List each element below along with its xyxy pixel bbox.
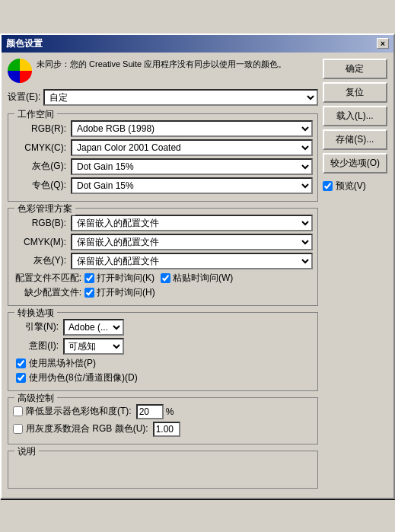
cm-gray-row: 灰色(Y): 保留嵌入的配置文件 bbox=[13, 253, 313, 269]
blend-row: 用灰度系数混合 RGB 颜色(U): bbox=[13, 422, 313, 437]
gray-row: 灰色(G): Dot Gain 15% bbox=[13, 158, 313, 175]
load-button[interactable]: 载入(L)... bbox=[323, 106, 387, 126]
info-row: 未同步：您的 Creative Suite 应用程序没有同步以使用一致的颜色。 bbox=[8, 59, 318, 83]
engine-select[interactable]: Adobe (... bbox=[63, 319, 124, 336]
intent-row: 意图(I): 可感知 bbox=[13, 338, 313, 355]
blend-checkbox[interactable] bbox=[13, 424, 23, 434]
mismatch-paste-checkbox[interactable] bbox=[161, 273, 170, 283]
preview-row: 预览(V) bbox=[323, 180, 387, 193]
workspaces-title: 工作空间 bbox=[14, 108, 57, 121]
preview-checkbox[interactable] bbox=[323, 181, 333, 191]
spot-select[interactable]: Dot Gain 15% bbox=[71, 177, 313, 194]
missing-label: 缺少配置文件: bbox=[13, 286, 81, 299]
title-bar: 颜色设置 × bbox=[2, 35, 393, 53]
intent-label: 意图(I): bbox=[13, 339, 59, 352]
reset-button[interactable]: 复位 bbox=[323, 82, 387, 103]
cm-rgb-select[interactable]: 保留嵌入的配置文件 bbox=[71, 215, 313, 231]
engine-row: 引擎(N): Adobe (... bbox=[13, 319, 313, 336]
desaturate-row: 降低显示器色彩饱和度(T): % bbox=[13, 404, 313, 419]
dither-label: 使用伪色(8位/通道图像)(D) bbox=[29, 371, 138, 384]
gray-label: 灰色(G): bbox=[13, 160, 66, 173]
gray-select[interactable]: Dot Gain 15% bbox=[71, 158, 313, 175]
cm-gray-select[interactable]: 保留嵌入的配置文件 bbox=[71, 253, 313, 269]
cm-cmyk-row: CMYK(M): 保留嵌入的配置文件 bbox=[13, 234, 313, 250]
advanced-title: 高级控制 bbox=[14, 392, 57, 405]
blackpoint-label: 使用黑场补偿(P) bbox=[29, 357, 96, 370]
left-panel: 未同步：您的 Creative Suite 应用程序没有同步以使用一致的颜色。 … bbox=[8, 59, 318, 492]
spot-label: 专色(Q): bbox=[13, 179, 66, 192]
desaturate-unit: % bbox=[166, 406, 174, 417]
cm-gray-label: 灰色(Y): bbox=[13, 254, 66, 267]
engine-label: 引擎(N): bbox=[13, 320, 59, 333]
spot-row: 专色(Q): Dot Gain 15% bbox=[13, 177, 313, 194]
desaturate-checkbox[interactable] bbox=[13, 406, 23, 416]
intent-select[interactable]: 可感知 bbox=[63, 338, 124, 355]
right-buttons: 确定 复位 载入(L)... 存储(S)... 较少选项(O) 预览(V) bbox=[323, 59, 387, 492]
missing-open-item: 打开时询问(H) bbox=[84, 286, 155, 299]
preview-label: 预览(V) bbox=[336, 180, 366, 193]
rgb-label: RGB(R): bbox=[13, 123, 66, 134]
mismatch-open-item: 打开时询问(K) bbox=[84, 272, 154, 285]
save-button[interactable]: 存储(S)... bbox=[323, 129, 387, 150]
conversion-group: 转换选项 引擎(N): Adobe (... 意图(I): 可感知 使用黑场补偿… bbox=[8, 312, 318, 391]
adobe-icon bbox=[8, 59, 32, 83]
blackpoint-row: 使用黑场补偿(P) bbox=[13, 357, 313, 370]
cmyk-row: CMYK(C): Japan Color 2001 Coated bbox=[13, 139, 313, 156]
workspaces-group: 工作空间 RGB(R): Adobe RGB (1998) CMYK(C): J… bbox=[8, 113, 318, 202]
desaturate-label: 降低显示器色彩饱和度(T): bbox=[26, 405, 132, 418]
missing-row: 缺少配置文件: 打开时询问(H) bbox=[13, 286, 313, 299]
description-group: 说明 bbox=[8, 451, 318, 489]
rgb-row: RGB(R): Adobe RGB (1998) bbox=[13, 120, 313, 137]
fewer-button[interactable]: 较少选项(O) bbox=[323, 153, 387, 174]
advanced-group: 高级控制 降低显示器色彩饱和度(T): % 用灰度系数混合 RGB 颜色(U): bbox=[8, 397, 318, 444]
close-button[interactable]: × bbox=[377, 38, 389, 49]
mismatch-open-label: 打开时询问(K) bbox=[97, 272, 154, 285]
settings-select[interactable]: 自定 bbox=[43, 89, 317, 106]
cm-cmyk-select[interactable]: 保留嵌入的配置文件 bbox=[71, 234, 313, 250]
conversion-title: 转换选项 bbox=[14, 307, 57, 320]
mismatch-paste-label: 粘贴时询问(W) bbox=[173, 272, 233, 285]
mismatch-row: 配置文件不匹配: 打开时询问(K) 粘贴时询问(W) bbox=[13, 272, 313, 285]
dither-row: 使用伪色(8位/通道图像)(D) bbox=[13, 371, 313, 384]
title-bar-buttons: × bbox=[377, 38, 389, 49]
cm-cmyk-label: CMYK(M): bbox=[13, 237, 66, 247]
cmyk-label: CMYK(C): bbox=[13, 142, 66, 153]
color-management-group: 色彩管理方案 RGB(B): 保留嵌入的配置文件 CMYK(M): 保留嵌入的配… bbox=[8, 208, 318, 306]
cm-rgb-row: RGB(B): 保留嵌入的配置文件 bbox=[13, 215, 313, 231]
mismatch-open-checkbox[interactable] bbox=[84, 273, 94, 283]
mismatch-paste-item: 粘贴时询问(W) bbox=[161, 272, 233, 285]
color-management-title: 色彩管理方案 bbox=[14, 202, 75, 215]
settings-row: 设置(E): 自定 bbox=[8, 89, 318, 106]
ok-button[interactable]: 确定 bbox=[323, 59, 387, 79]
blackpoint-checkbox[interactable] bbox=[16, 358, 26, 368]
color-settings-dialog: 颜色设置 × 未同步：您的 Creative Suite 应用程序没有同步以使用… bbox=[0, 33, 395, 499]
dither-checkbox[interactable] bbox=[16, 373, 26, 383]
blend-label: 用灰度系数混合 RGB 颜色(U): bbox=[26, 422, 148, 435]
info-text: 未同步：您的 Creative Suite 应用程序没有同步以使用一致的颜色。 bbox=[37, 59, 286, 70]
rgb-select[interactable]: Adobe RGB (1998) bbox=[71, 120, 313, 137]
missing-open-label: 打开时询问(H) bbox=[97, 286, 155, 299]
desaturate-input[interactable] bbox=[136, 404, 164, 419]
cm-rgb-label: RGB(B): bbox=[13, 218, 66, 228]
mismatch-label: 配置文件不匹配: bbox=[13, 272, 81, 285]
blend-input[interactable] bbox=[153, 422, 180, 437]
dialog-title: 颜色设置 bbox=[6, 37, 43, 50]
mismatch-checkboxes: 打开时询问(K) 粘贴时询问(W) bbox=[84, 272, 233, 285]
dialog-body: 未同步：您的 Creative Suite 应用程序没有同步以使用一致的颜色。 … bbox=[2, 53, 393, 498]
settings-label: 设置(E): bbox=[8, 91, 40, 104]
cmyk-select[interactable]: Japan Color 2001 Coated bbox=[71, 139, 313, 156]
missing-open-checkbox[interactable] bbox=[84, 288, 94, 298]
description-title: 说明 bbox=[14, 445, 39, 458]
